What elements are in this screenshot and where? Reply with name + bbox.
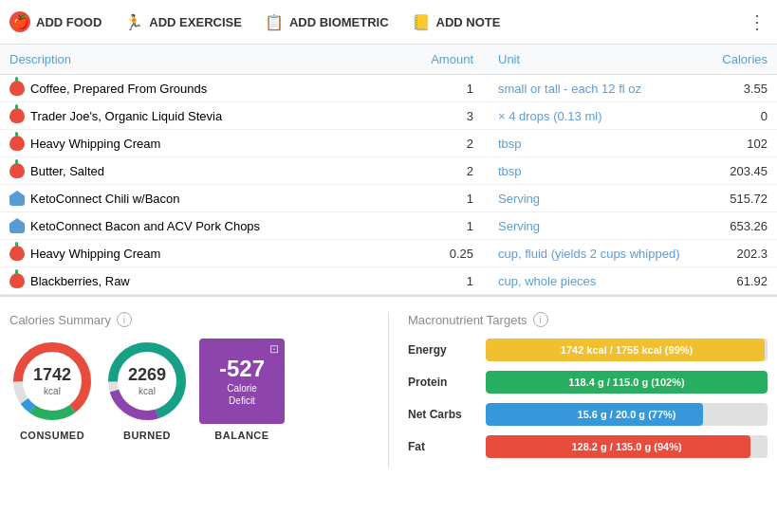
- more-menu-button[interactable]: ⋮: [748, 10, 768, 33]
- food-amount: 1: [416, 212, 483, 240]
- macros-summary: Macronutrient Targets i Energy 1742 kcal…: [389, 312, 768, 468]
- food-amount: 1: [416, 267, 483, 295]
- note-icon: 📒: [412, 13, 431, 31]
- food-description: Heavy Whipping Cream: [0, 130, 416, 156]
- macro-row: Energy 1742 kcal / 1755 kcal (99%): [408, 339, 768, 361]
- table-row[interactable]: KetoConnect Bacon and ACV Pork Chops 1 S…: [0, 212, 777, 240]
- macro-label: Fat: [408, 440, 476, 453]
- food-calories: 203.45: [692, 157, 777, 185]
- macro-bar-container: 1742 kcal / 1755 kcal (99%): [486, 339, 768, 361]
- food-type-icon: [9, 191, 25, 206]
- calories-info-icon[interactable]: i: [117, 312, 132, 327]
- col-header-unit: Unit: [483, 45, 692, 75]
- header: 🍎 ADD FOOD 🏃 ADD EXERCISE 📋 ADD BIOMETRI…: [0, 0, 777, 45]
- burned-label: BURNED: [123, 430, 171, 441]
- apple-icon: [9, 81, 25, 96]
- col-header-description: Description: [0, 45, 416, 75]
- apple-icon: [9, 273, 25, 288]
- food-calories: 102: [692, 130, 777, 157]
- food-unit: tbsp: [483, 130, 692, 157]
- food-unit: Serving: [483, 212, 692, 240]
- add-note-button[interactable]: 📒 ADD NOTE: [412, 13, 501, 31]
- add-food-button[interactable]: 🍎 ADD FOOD: [9, 11, 102, 32]
- food-amount: 0.25: [416, 240, 483, 267]
- macro-bars: Energy 1742 kcal / 1755 kcal (99%) Prote…: [408, 339, 768, 458]
- macro-label: Protein: [408, 376, 476, 389]
- macro-bar-text: 1742 kcal / 1755 kcal (99%): [561, 344, 693, 356]
- food-type-icon: [9, 218, 25, 233]
- macro-bar-container: 118.4 g / 115.0 g (102%): [486, 371, 768, 394]
- macro-row: Net Carbs 15.6 g / 20.0 g (77%): [408, 403, 768, 426]
- macros-info-icon[interactable]: i: [533, 312, 548, 327]
- macro-row: Protein 118.4 g / 115.0 g (102%): [408, 371, 768, 394]
- food-calories: 3.55: [692, 75, 777, 102]
- food-table: Description Amount Unit Calories Coffee,…: [0, 45, 777, 295]
- food-calories: 61.92: [692, 267, 777, 295]
- food-amount: 1: [416, 75, 483, 102]
- macros-title: Macronutrient Targets i: [408, 312, 768, 327]
- food-unit: cup, whole pieces: [483, 267, 692, 295]
- add-exercise-button[interactable]: 🏃 ADD EXERCISE: [124, 13, 242, 31]
- balance-sub: CalorieDeficit: [227, 382, 257, 407]
- balance-container: ⊡ -527 CalorieDeficit BALANCE: [199, 339, 285, 441]
- macro-bar-text: 15.6 g / 20.0 g (77%): [578, 409, 676, 420]
- macro-row: Fat 128.2 g / 135.0 g (94%): [408, 435, 768, 458]
- add-biometric-label: ADD BIOMETRIC: [289, 15, 389, 29]
- burned-donut: 2269 kcal BURNED: [104, 339, 190, 441]
- macro-bar-text: 118.4 g / 115.0 g (102%): [568, 376, 684, 388]
- consumed-center: 1742 kcal: [33, 365, 71, 397]
- consumed-donut: 1742 kcal CONSUMED: [9, 339, 95, 441]
- food-unit: tbsp: [483, 157, 692, 185]
- macro-bar-container: 15.6 g / 20.0 g (77%): [486, 403, 768, 426]
- summary-section: Calories Summary i 1742: [0, 295, 777, 483]
- table-row[interactable]: KetoConnect Chili w/Bacon 1 Serving 515.…: [0, 185, 777, 212]
- calories-summary: Calories Summary i 1742: [9, 312, 389, 468]
- burned-donut-chart: 2269 kcal: [104, 339, 190, 424]
- food-amount: 2: [416, 157, 483, 185]
- apple-icon: [9, 246, 25, 261]
- table-row[interactable]: Butter, Salted 2 tbsp 203.45: [0, 157, 777, 185]
- exercise-icon: 🏃: [124, 13, 143, 31]
- apple-icon: [9, 163, 25, 178]
- food-description: Blackberries, Raw: [0, 267, 416, 294]
- balance-icon: ⊡: [269, 342, 279, 356]
- table-row[interactable]: Heavy Whipping Cream 2 tbsp 102: [0, 130, 777, 157]
- macro-label: Energy: [408, 343, 476, 357]
- col-header-calories: Calories: [692, 45, 777, 75]
- food-calories: 515.72: [692, 185, 777, 212]
- macro-bar-container: 128.2 g / 135.0 g (94%): [486, 435, 768, 458]
- add-exercise-label: ADD EXERCISE: [149, 15, 242, 29]
- food-description: KetoConnect Bacon and ACV Pork Chops: [0, 212, 416, 239]
- food-amount: 3: [416, 102, 483, 130]
- consumed-label: CONSUMED: [20, 430, 84, 441]
- food-calories: 653.26: [692, 212, 777, 240]
- calories-summary-title: Calories Summary i: [9, 312, 369, 327]
- food-description: Butter, Salted: [0, 157, 416, 184]
- burned-center: 2269 kcal: [128, 365, 166, 397]
- add-biometric-button[interactable]: 📋 ADD BIOMETRIC: [265, 13, 389, 31]
- apple-icon: [9, 108, 25, 123]
- balance-number: -527: [219, 356, 265, 382]
- food-calories: 202.3: [692, 240, 777, 267]
- table-header-row: Description Amount Unit Calories: [0, 45, 777, 75]
- food-unit: × 4 drops (0.13 ml): [483, 102, 692, 130]
- consumed-donut-chart: 1742 kcal: [9, 339, 95, 424]
- balance-box: ⊡ -527 CalorieDeficit: [199, 339, 285, 424]
- table-row[interactable]: Blackberries, Raw 1 cup, whole pieces 61…: [0, 267, 777, 295]
- food-calories: 0: [692, 102, 777, 130]
- table-row[interactable]: Trader Joe's, Organic Liquid Stevia 3 × …: [0, 102, 777, 130]
- food-unit: small or tall - each 12 fl oz: [483, 75, 692, 102]
- table-row[interactable]: Heavy Whipping Cream 0.25 cup, fluid (yi…: [0, 240, 777, 267]
- apple-icon: [9, 136, 25, 151]
- charts-row: 1742 kcal CONSUMED: [9, 339, 369, 441]
- add-food-label: ADD FOOD: [36, 15, 102, 29]
- biometric-icon: 📋: [265, 13, 284, 31]
- food-amount: 2: [416, 130, 483, 157]
- food-amount: 1: [416, 185, 483, 212]
- balance-label: BALANCE: [214, 430, 268, 441]
- macro-bar-text: 128.2 g / 135.0 g (94%): [571, 441, 681, 452]
- table-row[interactable]: Coffee, Prepared From Grounds 1 small or…: [0, 75, 777, 102]
- food-unit: cup, fluid (yields 2 cups whipped): [483, 240, 692, 267]
- food-unit: Serving: [483, 185, 692, 212]
- food-description: Coffee, Prepared From Grounds: [0, 75, 416, 101]
